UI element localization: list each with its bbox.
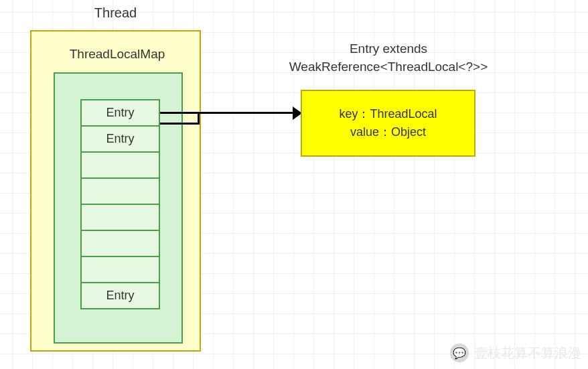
entry-detail-box: key：ThreadLocal value：Object — [301, 90, 475, 157]
entry-cell — [80, 179, 160, 205]
watermark: 💬 壹枝花算不算浪漫 — [450, 344, 581, 362]
entry-array: Entry Entry Entry — [80, 99, 160, 309]
entry-value-line: value：Object — [350, 123, 426, 141]
arrow-connector — [160, 123, 198, 125]
thread-title: Thread — [30, 5, 201, 21]
entry-cell: Entry — [80, 127, 160, 153]
entry-extends-label: Entry extends WeakReference<ThreadLocal<… — [281, 40, 496, 76]
entry-cell — [80, 257, 160, 283]
entry-cell: Entry — [80, 100, 160, 127]
entry-cell — [80, 153, 160, 179]
wechat-icon: 💬 — [450, 344, 469, 362]
threadlocalmap-title: ThreadLocalMap — [40, 47, 194, 62]
watermark-text: 壹枝花算不算浪漫 — [474, 344, 581, 362]
entry-key-line: key：ThreadLocal — [339, 105, 437, 123]
arrow-connector — [160, 112, 295, 114]
entry-cell — [80, 231, 160, 257]
entry-cell: Entry — [80, 283, 160, 309]
entry-cell — [80, 205, 160, 231]
